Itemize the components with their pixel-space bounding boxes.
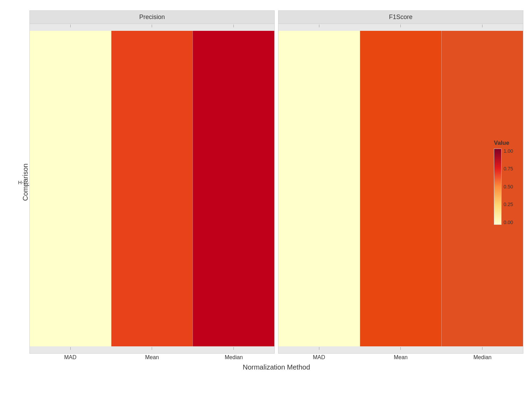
chart-area: Comparison H-L - Precision (28, 10, 525, 354)
panel-precision-top-ticks (30, 24, 274, 31)
panel-precision-title: Precision (30, 11, 274, 24)
panel-f1score-bottom-ticks (278, 346, 523, 353)
x-label-mad-precision: MAD (29, 354, 111, 361)
tick-mad-bot-f1 (278, 346, 360, 353)
heatmap-col-mean-precision (111, 31, 193, 346)
heatmap-cols-precision (30, 31, 274, 346)
x-labels-panel-f1score: MAD Mean Median (278, 354, 523, 361)
heatmap-col-mad-f1 (278, 31, 360, 346)
legend-color-bar (494, 149, 502, 225)
tick-median-top (193, 24, 274, 31)
panel-precision: Precision (29, 10, 275, 354)
x-label-median-f1: Median (442, 354, 523, 361)
x-labels-row: MAD Mean Median MAD Mean Median (28, 354, 525, 361)
x-label-mad-f1: MAD (278, 354, 360, 361)
panel-f1score-plot (278, 31, 523, 346)
legend-tick-4: 0.25 (504, 202, 513, 207)
heatmap-col-median-precision (193, 31, 274, 346)
panel-f1score-title: F1Score (278, 11, 523, 24)
tick-median-bot-f1 (442, 346, 523, 353)
legend-tick-2: 0.75 (504, 166, 513, 171)
panel-precision-plot (30, 31, 274, 346)
panel-f1score-top-ticks (278, 24, 523, 31)
legend-tick-3: 0.50 (504, 184, 513, 189)
heatmap-col-mad-precision (30, 31, 111, 346)
x-axis-title: Normalization Method (28, 363, 525, 371)
heatmap-col-mean-f1 (360, 31, 442, 346)
chart-container: Comparison H-L - Precision (0, 0, 532, 399)
legend-title: Value (494, 140, 509, 147)
tick-mean-bot-precision (111, 346, 193, 353)
tick-median-top-f1 (442, 24, 523, 31)
panels-wrapper: Precision (28, 10, 525, 354)
legend-bar-container: 1.00 0.75 0.50 0.25 0.00 (494, 149, 513, 225)
panel-precision-bottom-ticks (30, 346, 274, 353)
legend-tick-1: 1.00 (504, 149, 513, 153)
tick-mad-bot-precision (30, 346, 111, 353)
heatmap-cols-f1 (278, 31, 523, 346)
panel-f1score: F1Score (278, 10, 523, 354)
tick-median-bot-precision (193, 346, 274, 353)
x-label-mean-f1: Mean (360, 354, 442, 361)
tick-mean-top (111, 24, 193, 31)
x-label-mean-precision: Mean (111, 354, 193, 361)
y-tick-hl-label: H-L - (18, 179, 29, 185)
legend: Value 1.00 0.75 0.50 0.25 0.00 (494, 140, 522, 225)
tick-mean-top-f1 (360, 24, 441, 31)
tick-mean-bot-f1 (360, 346, 441, 353)
tick-mad-top-f1 (278, 24, 360, 31)
legend-ticks: 1.00 0.75 0.50 0.25 0.00 (504, 149, 513, 225)
legend-tick-5: 0.00 (504, 220, 513, 225)
x-label-median-precision: Median (193, 354, 275, 361)
tick-mad-top (30, 24, 111, 31)
x-labels-panel-precision: MAD Mean Median (29, 354, 275, 361)
